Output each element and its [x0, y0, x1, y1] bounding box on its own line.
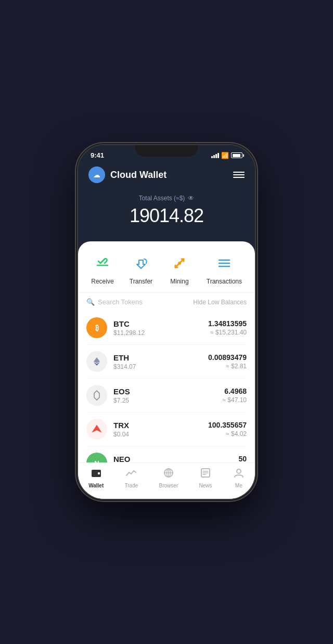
trx-price: $0.04: [113, 431, 208, 438]
neo-balance: 50 ≈ ¥889.00: [219, 455, 247, 462]
cloud-icon: ☁: [88, 166, 105, 183]
app-title: Cloud Wallet: [110, 170, 166, 181]
svg-point-25: [237, 469, 241, 473]
eth-usd: ≈ $2.81: [208, 363, 247, 370]
wifi-icon: 📶: [221, 152, 229, 159]
nav-me[interactable]: Me: [233, 467, 245, 488]
eos-info: EOS $7.25: [113, 387, 222, 404]
neo-info: NEO $17.78: [113, 455, 219, 463]
svg-point-1: [178, 262, 181, 265]
svg-marker-6: [94, 357, 100, 363]
app-header: ☁ Cloud Wallet: [78, 162, 255, 189]
nav-browser[interactable]: Browser: [159, 467, 178, 488]
nav-wallet[interactable]: Wallet: [88, 467, 104, 488]
svg-marker-8: [94, 391, 99, 400]
wallet-nav-icon: [91, 467, 102, 481]
trx-symbol: TRX: [113, 421, 208, 430]
trx-usd: ≈ $4.02: [208, 430, 247, 437]
news-nav-label: News: [199, 483, 212, 488]
eth-icon: [86, 351, 107, 372]
transfer-icon: [130, 252, 152, 275]
eos-price: $7.25: [113, 397, 222, 404]
svg-point-0: [93, 254, 112, 273]
eos-amount: 6.4968: [222, 387, 247, 395]
trx-balance: 100.355657 ≈ $4.02: [208, 421, 247, 437]
token-list: ₿ BTC $11,298.12 1.34813595 ≈ $15,231.40: [78, 311, 255, 462]
trade-nav-icon: [125, 467, 137, 481]
status-icons: 📶: [211, 152, 242, 159]
search-icon: 🔍: [86, 298, 95, 306]
btc-usd: ≈ $15,231.40: [208, 329, 247, 336]
btc-info: BTC $11,298.12: [113, 319, 208, 337]
svg-line-11: [94, 397, 97, 400]
token-item-neo[interactable]: N NEO $17.78 50 ≈ ¥889.00: [86, 446, 247, 462]
total-assets-label: Total Assets (≈$) 👁: [88, 195, 245, 202]
neo-amount: 50: [219, 455, 247, 462]
trx-info: TRX $0.04: [113, 421, 208, 438]
btc-balance: 1.34813595 ≈ $15,231.40: [208, 319, 247, 336]
signal-icon: [211, 153, 219, 158]
search-wrapper[interactable]: 🔍 Search Tokens: [86, 298, 143, 306]
wallet-nav-label: Wallet: [88, 483, 104, 488]
eth-amount: 0.00893479: [208, 353, 247, 362]
phone-screen: 9:41 📶 ☁ Cl: [78, 145, 255, 499]
neo-icon: N: [86, 453, 107, 462]
transfer-label: Transfer: [130, 278, 152, 285]
me-nav-icon: [233, 467, 245, 481]
transfer-button[interactable]: Transfer: [130, 252, 152, 285]
main-card: Receive Transfer: [78, 241, 255, 499]
transactions-icon: [213, 252, 236, 275]
search-bar: 🔍 Search Tokens Hide Low Balances: [78, 293, 255, 311]
browser-nav-label: Browser: [159, 483, 178, 488]
trx-amount: 100.355657: [208, 421, 247, 429]
btc-symbol: BTC: [113, 319, 208, 328]
trade-nav-label: Trade: [125, 483, 138, 488]
total-assets-value: 19014.82: [88, 205, 245, 227]
receive-label: Receive: [91, 278, 113, 285]
eos-symbol: EOS: [113, 387, 222, 396]
news-nav-icon: [200, 467, 211, 481]
status-time: 9:41: [91, 151, 104, 159]
btc-icon: ₿: [86, 317, 107, 338]
eth-price: $314.07: [113, 363, 208, 370]
action-buttons: Receive Transfer: [78, 241, 255, 293]
eth-balance: 0.00893479 ≈ $2.81: [208, 353, 247, 370]
token-item-trx[interactable]: TRX $0.04 100.355657 ≈ $4.02: [86, 413, 247, 446]
phone-frame: 9:41 📶 ☁ Cl: [78, 145, 255, 499]
neo-symbol: NEO: [113, 455, 219, 463]
token-item-eos[interactable]: EOS $7.25 6.4968 ≈ $47.10: [86, 379, 247, 413]
me-nav-label: Me: [235, 483, 242, 488]
eos-balance: 6.4968 ≈ $47.10: [222, 387, 247, 404]
receive-icon: [91, 252, 114, 275]
eos-icon: [86, 385, 107, 406]
btc-amount: 1.34813595: [208, 319, 247, 328]
search-placeholder: Search Tokens: [98, 298, 143, 306]
mining-label: Mining: [170, 278, 188, 285]
token-item-eth[interactable]: ETH $314.07 0.00893479 ≈ $2.81: [86, 345, 247, 379]
mining-icon: [168, 252, 191, 275]
eth-info: ETH $314.07: [113, 353, 208, 370]
trx-icon: [86, 419, 107, 440]
notch: [135, 145, 198, 157]
transactions-label: Transactions: [207, 278, 242, 285]
mining-button[interactable]: Mining: [168, 252, 191, 285]
receive-button[interactable]: Receive: [91, 252, 114, 285]
transactions-button[interactable]: Transactions: [207, 252, 242, 285]
svg-rect-16: [98, 472, 100, 474]
bottom-nav: Wallet Trade: [78, 462, 255, 499]
svg-text:₿: ₿: [95, 324, 99, 332]
btc-price: $11,298.12: [113, 329, 208, 337]
nav-trade[interactable]: Trade: [125, 467, 138, 488]
svg-line-10: [97, 391, 99, 393]
browser-nav-icon: [163, 467, 174, 481]
nav-news[interactable]: News: [199, 467, 212, 488]
svg-line-9: [94, 391, 97, 393]
hide-low-balances[interactable]: Hide Low Balances: [193, 299, 247, 306]
battery-icon: [231, 152, 242, 158]
token-item-btc[interactable]: ₿ BTC $11,298.12 1.34813595 ≈ $15,231.40: [86, 311, 247, 345]
total-assets-section: Total Assets (≈$) 👁 19014.82: [78, 189, 255, 241]
eos-usd: ≈ $47.10: [222, 396, 247, 404]
eye-icon[interactable]: 👁: [188, 195, 194, 202]
menu-icon[interactable]: [233, 172, 245, 178]
svg-line-12: [97, 397, 99, 400]
